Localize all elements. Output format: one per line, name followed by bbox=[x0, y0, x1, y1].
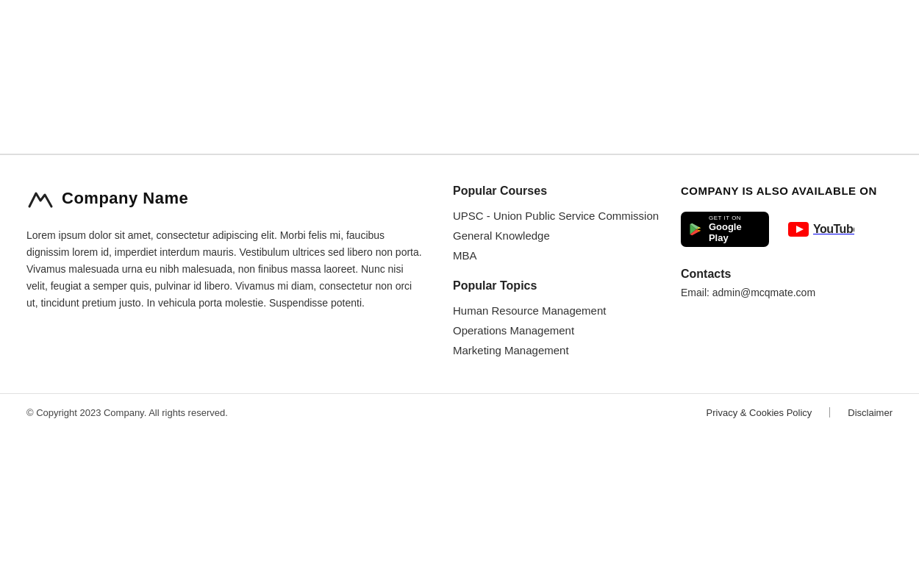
footer-available-column: COMPANY IS ALSO AVAILABLE ON GET IT ON G… bbox=[681, 184, 893, 364]
brand-icon bbox=[26, 184, 54, 212]
disclaimer-link[interactable]: Disclaimer bbox=[848, 407, 893, 418]
course-link-mba[interactable]: MBA bbox=[453, 249, 666, 262]
brand-name: Company Name bbox=[62, 189, 188, 208]
below-footer bbox=[0, 431, 919, 588]
contacts-email: Email: admin@mcqmate.com bbox=[681, 287, 893, 298]
topic-link-hrm[interactable]: Human Resource Management bbox=[453, 304, 666, 317]
brand-logo: Company Name bbox=[26, 184, 423, 212]
footer-links-column: Popular Courses UPSC - Union Public Serv… bbox=[453, 184, 681, 364]
footer-copyright: © Copyright 2023 Company. All rights res… bbox=[26, 407, 228, 418]
google-play-name: Google Play bbox=[709, 222, 759, 244]
footer-bottom: © Copyright 2023 Company. All rights res… bbox=[0, 393, 919, 431]
contacts-email-address[interactable]: admin@mcqmate.com bbox=[712, 287, 815, 298]
course-link-general-knowledge[interactable]: General Knowledge bbox=[453, 229, 666, 242]
google-play-icon bbox=[688, 221, 703, 237]
available-title: COMPANY IS ALSO AVAILABLE ON bbox=[681, 184, 893, 197]
google-play-text: GET IT ON Google Play bbox=[709, 215, 759, 243]
youtube-play-icon bbox=[788, 222, 809, 237]
contacts-email-label: Email: bbox=[681, 287, 709, 298]
privacy-policy-link[interactable]: Privacy & Cookies Policy bbox=[707, 407, 812, 418]
top-area bbox=[0, 0, 919, 154]
youtube-wordmark: YouTube bbox=[813, 223, 854, 236]
divider bbox=[829, 407, 830, 417]
topic-link-operations[interactable]: Operations Management bbox=[453, 324, 666, 337]
youtube-badge[interactable]: YouTube bbox=[781, 212, 854, 247]
google-play-badge[interactable]: GET IT ON Google Play bbox=[681, 212, 769, 247]
youtube-inner: YouTube bbox=[781, 219, 854, 240]
topic-link-marketing[interactable]: Marketing Management bbox=[453, 344, 666, 356]
course-link-upsc[interactable]: UPSC - Union Public Service Commission bbox=[453, 209, 666, 222]
store-badges: GET IT ON Google Play YouTube bbox=[681, 212, 893, 247]
contacts-title: Contacts bbox=[681, 268, 893, 281]
footer-legal-links: Privacy & Cookies Policy Disclaimer bbox=[707, 407, 893, 418]
popular-topics-title: Popular Topics bbox=[453, 279, 666, 293]
popular-courses-title: Popular Courses bbox=[453, 184, 666, 198]
footer-main: Company Name Lorem ipsum dolor sit amet,… bbox=[0, 154, 919, 393]
footer-brand-column: Company Name Lorem ipsum dolor sit amet,… bbox=[26, 184, 453, 364]
brand-description: Lorem ipsum dolor sit amet, consectetur … bbox=[26, 227, 423, 312]
